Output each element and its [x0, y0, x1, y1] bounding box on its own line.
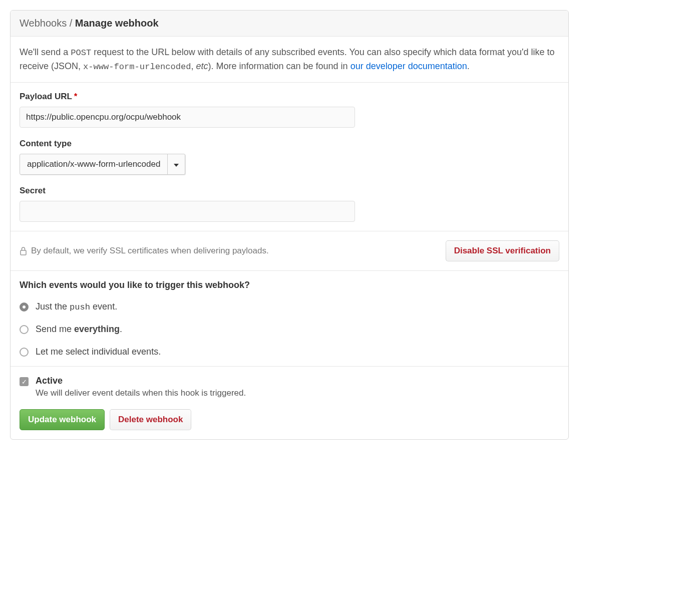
content-type-group: Content type application/x-www-form-urle…: [20, 139, 559, 175]
payload-url-label: Payload URL*: [20, 92, 559, 102]
event-option-label: Just the push event.: [36, 301, 117, 312]
action-buttons: Update webhook Delete webhook: [20, 409, 559, 430]
ssl-section: By default, we verify SSL certificates w…: [11, 231, 568, 271]
lock-icon: [20, 246, 27, 255]
post-code: POST: [71, 48, 91, 58]
content-type-label: Content type: [20, 139, 559, 149]
update-webhook-button[interactable]: Update webhook: [20, 409, 105, 430]
secret-label: Secret: [20, 186, 559, 196]
checkbox-icon: ✓: [20, 377, 29, 386]
radio-icon: [20, 348, 29, 357]
intro-text: We'll send a POST request to the URL bel…: [20, 46, 559, 73]
active-label: Active: [36, 376, 246, 386]
radio-icon: [20, 302, 29, 312]
ssl-text: By default, we verify SSL certificates w…: [31, 246, 269, 256]
active-section: ✓ Active We will deliver event details w…: [11, 367, 568, 439]
webhook-settings-panel: Webhooks / Manage webhook We'll send a P…: [10, 10, 569, 440]
breadcrumb-separator: /: [70, 18, 73, 29]
events-title: Which events would you like to trigger t…: [20, 280, 559, 290]
payload-url-input[interactable]: [20, 107, 355, 128]
svg-rect-0: [21, 250, 26, 255]
event-option-push[interactable]: Just the push event.: [20, 301, 559, 312]
active-checkbox-row[interactable]: ✓ Active We will deliver event details w…: [20, 376, 559, 398]
intro-section: We'll send a POST request to the URL bel…: [11, 37, 568, 83]
content-type-value: application/x-www-form-urlencoded: [20, 154, 167, 174]
event-option-label: Let me select individual events.: [36, 347, 161, 357]
radio-icon: [20, 325, 29, 334]
events-radio-list: Just the push event. Send me everything.…: [20, 301, 559, 357]
ssl-info: By default, we verify SSL certificates w…: [20, 246, 269, 256]
ctype-code: x-www-form-urlencoded: [83, 62, 191, 72]
chevron-down-icon: [167, 154, 185, 174]
required-indicator: *: [74, 92, 78, 101]
events-section: Which events would you like to trigger t…: [11, 271, 568, 367]
form-section: Payload URL* Content type application/x-…: [11, 83, 568, 231]
secret-input[interactable]: [20, 201, 355, 222]
active-description: We will deliver event details when this …: [36, 388, 246, 398]
breadcrumb-parent[interactable]: Webhooks: [20, 18, 67, 29]
panel-header: Webhooks / Manage webhook: [11, 11, 568, 37]
breadcrumb-current: Manage webhook: [75, 18, 159, 29]
content-type-select[interactable]: application/x-www-form-urlencoded: [20, 154, 185, 175]
event-option-individual[interactable]: Let me select individual events.: [20, 347, 559, 357]
delete-webhook-button[interactable]: Delete webhook: [110, 409, 191, 430]
developer-docs-link[interactable]: our developer documentation: [351, 61, 467, 71]
disable-ssl-button[interactable]: Disable SSL verification: [446, 240, 559, 261]
event-option-everything[interactable]: Send me everything.: [20, 324, 559, 335]
secret-group: Secret: [20, 186, 559, 222]
payload-url-group: Payload URL*: [20, 92, 559, 128]
event-option-label: Send me everything.: [36, 324, 122, 335]
